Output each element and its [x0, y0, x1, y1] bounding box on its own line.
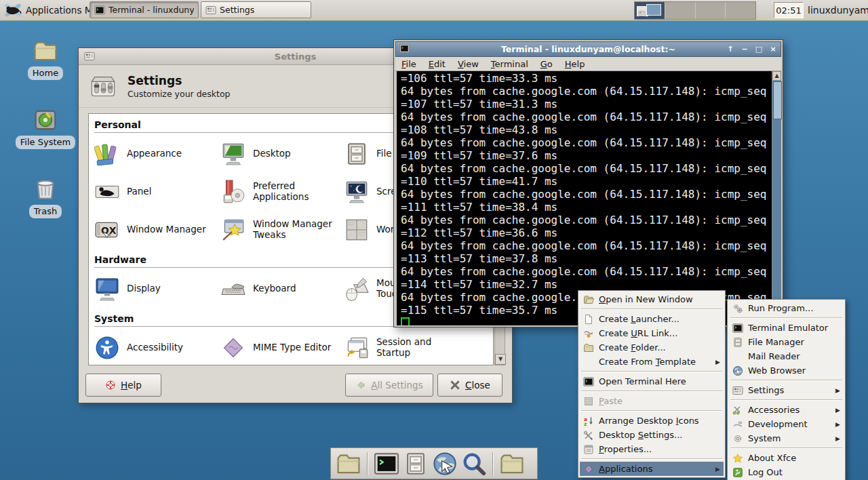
settings-tile-label: Desktop	[253, 148, 291, 159]
context-menu-item-desktop-settings[interactable]: Desktop Settings...	[580, 428, 724, 442]
workspace-4[interactable]	[726, 2, 755, 19]
menubar-item-help[interactable]: Help	[559, 59, 591, 69]
mouse-touchpad-icon	[344, 276, 370, 302]
desktop-icon-trash[interactable]: Trash	[9, 176, 81, 218]
workspace-1[interactable]	[635, 2, 665, 19]
taskbar-item-settings[interactable]: Settings	[201, 1, 311, 18]
dock-web-browser-launcher[interactable]	[432, 451, 458, 477]
terminal-output-line: =108 ttl=57 time=43.8 ms	[401, 123, 773, 136]
desktop-icon-file-system[interactable]: File System	[9, 107, 81, 149]
applications-submenu-item-mail-reader[interactable]: Mail Reader	[729, 349, 844, 363]
dock-folder-launcher[interactable]	[499, 451, 525, 477]
folder-icon	[336, 451, 361, 477]
settings-tile-window-manager[interactable]: QXWindow Manager	[94, 211, 220, 249]
workspace-pager[interactable]	[634, 1, 756, 20]
maximize-button[interactable]: □	[754, 44, 764, 54]
menubar-item-view[interactable]: View	[452, 59, 485, 69]
keyboard-icon	[220, 276, 246, 302]
applications-submenu-item-development[interactable]: Development▶	[729, 417, 844, 431]
menubar-item-go[interactable]: Go	[534, 59, 559, 69]
workspace-2[interactable]	[665, 2, 696, 19]
terminal-output-line: =110 ttl=57 time=41.7 ms	[401, 175, 773, 188]
menubar-item-edit[interactable]: Edit	[422, 59, 452, 69]
xfce-logo-icon	[4, 3, 22, 17]
menu-item-label: Settings	[748, 385, 831, 395]
settings-tile-session-and-startup[interactable]: Session and Startup	[344, 329, 489, 365]
settings-tile-desktop[interactable]: Desktop	[220, 135, 344, 173]
accessibility-icon	[94, 335, 120, 361]
context-menu-item-paste[interactable]: Paste	[580, 394, 724, 408]
minimize-button[interactable]: −	[740, 44, 749, 54]
terminal-icon	[583, 376, 594, 387]
close-button[interactable]: Close	[437, 374, 502, 397]
applications-submenu-item-run-program[interactable]: Run Program...	[729, 301, 844, 315]
terminal-output-line: =111 ttl=57 time=38.4 ms	[401, 201, 773, 214]
settings-tile-preferred-applications[interactable]: Preferred Applications	[220, 173, 344, 211]
desktop-icon-home[interactable]: Home	[9, 38, 81, 80]
applications-submenu-item-settings[interactable]: Settings▶	[729, 383, 844, 397]
settings-tile-window-manager-tweaks[interactable]: Window Manager Tweaks	[220, 211, 344, 249]
menu-separator	[581, 308, 722, 310]
context-menu-item-applications[interactable]: Applications▶	[580, 462, 724, 476]
applications-submenu-item-about-xfce[interactable]: About Xfce	[729, 451, 844, 465]
scroll-down-icon[interactable]: ▼	[495, 354, 506, 365]
settings-tile-mime-type-editor[interactable]: MIME Type Editor	[220, 329, 344, 365]
desktop-settings-icon	[220, 141, 246, 167]
applications-submenu-item-web-browser[interactable]: Web Browser	[729, 363, 844, 378]
about-icon	[732, 453, 743, 464]
dock-app-finder-launcher[interactable]	[461, 451, 487, 477]
paste-icon	[583, 396, 594, 407]
terminal-output-line: 64 bytes from cache.google.com (64.15.11…	[401, 162, 773, 175]
applications-submenu: Run Program...Terminal EmulatorFile Mana…	[727, 299, 846, 480]
close-button[interactable]: ×	[768, 44, 778, 54]
context-menu-item-create-url-link[interactable]: Create URL Link...	[580, 326, 724, 340]
applications-submenu-item-system[interactable]: System▶	[729, 431, 844, 445]
applications-submenu-item-log-out[interactable]: Log Out	[729, 465, 844, 479]
context-menu-item-create-folder[interactable]: Create Folder...	[580, 340, 724, 355]
settings-tile-label: Appearance	[127, 148, 182, 159]
settings-tile-accessibility[interactable]: Accessibility	[94, 329, 220, 365]
menu-item-label: Create Launcher...	[599, 314, 720, 324]
shade-button[interactable]: ↑	[726, 44, 735, 54]
context-menu-item-properties[interactable]: Properties...	[580, 442, 724, 456]
context-menu-item-create-launcher[interactable]: Create Launcher...	[580, 312, 724, 326]
terminal-output-line: 64 bytes from cache.google.com (64.15.11…	[401, 188, 773, 201]
settings-header-title: Settings	[127, 74, 231, 87]
settings-tile-appearance[interactable]: Appearance	[94, 135, 220, 173]
context-menu-item-arrange-desktop-icons[interactable]: azArrange Desktop Icons	[580, 414, 724, 428]
scrollbar-thumb[interactable]	[773, 81, 782, 119]
settings-tile-panel[interactable]: Panel	[94, 173, 220, 211]
all-settings-button[interactable]: All Settings	[345, 374, 433, 397]
taskbar-item-terminal-linuxdunyam[interactable]: Terminal - linuxdunyam...	[90, 1, 199, 18]
menubar-item-terminal[interactable]: Terminal	[485, 59, 534, 69]
scroll-up-icon[interactable]: ▲	[772, 71, 781, 81]
context-menu-item-open-in-new-window[interactable]: Open in New Window	[580, 292, 724, 306]
preferred-applications-icon	[220, 179, 246, 205]
terminal-scrollbar[interactable]: ▲ ▼	[772, 71, 781, 325]
settings-tile-display[interactable]: Display	[94, 270, 220, 308]
dock-folder-launcher[interactable]	[336, 451, 361, 477]
web-browser-icon	[732, 365, 743, 376]
context-menu-item-create-from-template[interactable]: Create From Template▶	[580, 355, 724, 369]
file-manager-icon	[403, 451, 429, 477]
help-button[interactable]: Help	[85, 374, 161, 397]
desktop[interactable]: Applications Menu Terminal - linuxdunyam…	[0, 0, 868, 480]
back-arrow-icon	[355, 380, 366, 391]
settings-tile-keyboard[interactable]: Keyboard	[220, 270, 344, 308]
applications-submenu-item-terminal-emulator[interactable]: Terminal Emulator	[729, 321, 844, 335]
close-x-icon	[450, 380, 460, 391]
settings-icon	[205, 5, 216, 16]
dock-file-manager-launcher[interactable]	[403, 451, 429, 477]
properties-icon	[583, 444, 594, 455]
applications-submenu-item-accessories[interactable]: Accessories▶	[729, 403, 844, 417]
applications-submenu-item-file-manager[interactable]: File Manager	[729, 335, 844, 349]
workspace-3[interactable]	[696, 2, 726, 19]
menu-item-label: Log Out	[748, 467, 840, 477]
context-menu-item-open-terminal-here[interactable]: Open Terminal Here	[580, 374, 724, 388]
panel-icon	[94, 179, 120, 205]
terminal-titlebar[interactable]: Terminal - linuxdunyam@localhost:~ ↑ − □…	[395, 41, 781, 57]
menu-item-label: Open in New Window	[599, 294, 720, 304]
terminal-screen[interactable]: =106 ttl=57 time=33.3 ms64 bytes from ca…	[397, 71, 773, 325]
menubar-item-file[interactable]: File	[395, 59, 422, 69]
dock-terminal-launcher[interactable]	[374, 451, 399, 477]
